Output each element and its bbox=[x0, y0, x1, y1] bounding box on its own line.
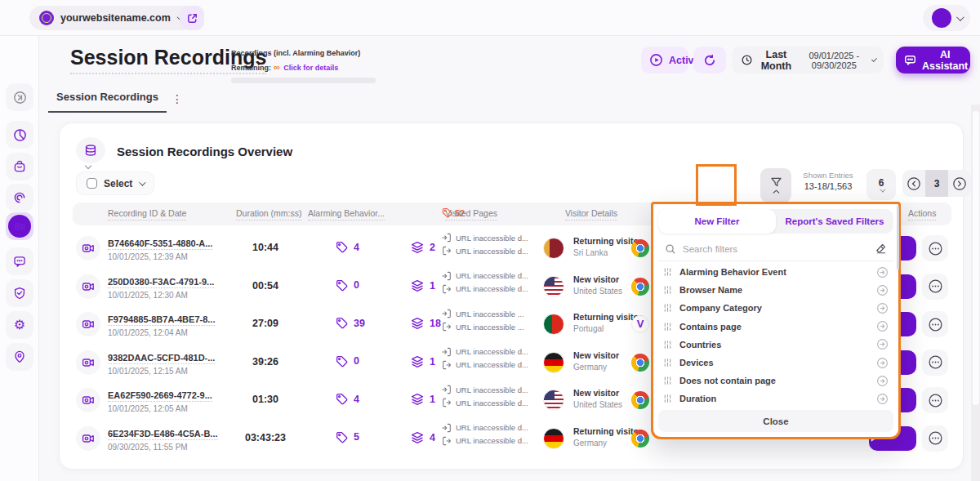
page-size-selector[interactable]: 6 bbox=[866, 169, 896, 200]
sidebar-item-heatmaps[interactable] bbox=[6, 184, 33, 212]
recording-id[interactable]: EA62F590-2669-4772-9... bbox=[108, 390, 212, 402]
arrow-right-circle-icon[interactable] bbox=[876, 302, 889, 314]
filter-item-does-not-contain-page[interactable]: Does not contain page bbox=[658, 372, 893, 390]
ellipsis-icon bbox=[928, 278, 943, 294]
recording-id[interactable]: 9382DAAC-5CFD-481D-... bbox=[108, 353, 215, 364]
tab-saved-filters[interactable]: Report's Saved Filters bbox=[776, 209, 893, 234]
sidebar-item-feedback[interactable] bbox=[6, 247, 33, 275]
select-checkbox[interactable] bbox=[87, 178, 97, 189]
col-duration[interactable]: Duration (mm:ss) bbox=[236, 208, 302, 220]
arrow-right-circle-icon[interactable] bbox=[876, 375, 889, 387]
search-filters-input[interactable] bbox=[683, 244, 868, 254]
arrow-right-circle-icon[interactable] bbox=[876, 357, 889, 369]
col-recording-id[interactable]: Recording ID & Date bbox=[108, 208, 186, 220]
user-menu[interactable] bbox=[923, 5, 970, 31]
filter-item-duration[interactable]: Duration bbox=[658, 390, 893, 408]
sidebar-item-analytics[interactable] bbox=[6, 121, 33, 149]
sidebar-item-collapse[interactable] bbox=[6, 83, 33, 111]
recording-video-icon[interactable] bbox=[76, 274, 100, 299]
col-visitor-details[interactable]: Visitor Details bbox=[565, 208, 617, 220]
arrow-right-circle-icon[interactable] bbox=[876, 284, 889, 296]
drag-handle-icon[interactable] bbox=[663, 358, 672, 367]
drag-handle-icon[interactable] bbox=[663, 394, 672, 403]
col-visited-pages[interactable]: Visited Pages bbox=[445, 208, 497, 220]
row-actions-button[interactable] bbox=[922, 387, 948, 413]
recording-id[interactable]: 250D0380-F3AC-4791-9... bbox=[108, 277, 214, 288]
select-rows-button[interactable]: Select bbox=[76, 171, 154, 195]
arrow-right-circle-icon[interactable] bbox=[876, 320, 889, 332]
cam-icon bbox=[14, 220, 26, 233]
sidebar-item-settings[interactable]: ⚙ bbox=[6, 311, 33, 339]
drag-handle-icon[interactable] bbox=[663, 376, 672, 385]
row-actions-button[interactable] bbox=[922, 311, 948, 337]
previous-page-button[interactable] bbox=[902, 170, 925, 197]
col-actions[interactable]: Actions bbox=[908, 208, 936, 220]
exit-page-url[interactable]: URL inaccessible d... bbox=[456, 360, 528, 369]
refresh-button[interactable] bbox=[693, 47, 726, 73]
overview-collapse-toggle[interactable] bbox=[76, 137, 105, 163]
filter-button[interactable] bbox=[760, 168, 791, 203]
shown-entries: Shown Entries 13-18/1,563 bbox=[793, 171, 863, 191]
row-actions-button[interactable] bbox=[922, 235, 948, 261]
recording-video-icon[interactable] bbox=[76, 350, 100, 375]
drag-handle-icon[interactable] bbox=[663, 285, 672, 295]
next-page-button[interactable] bbox=[948, 170, 971, 197]
recording-video-icon[interactable] bbox=[76, 236, 100, 261]
recording-video-icon[interactable] bbox=[76, 388, 100, 412]
entry-page-url[interactable]: URL inaccessible d... bbox=[456, 385, 528, 394]
click-for-details-link[interactable]: Click for details bbox=[283, 64, 338, 72]
recording-id[interactable]: F9794885-8B7A-4BE7-8... bbox=[108, 314, 215, 326]
recording-id[interactable]: B746640F-5351-4880-A... bbox=[108, 238, 212, 250]
clock-icon bbox=[741, 54, 753, 66]
entry-page-url[interactable]: URL inaccessible d... bbox=[456, 347, 528, 356]
filter-item-company-category[interactable]: Company Category bbox=[658, 299, 893, 317]
recording-id[interactable]: 6E234F3D-E486-4C5A-B... bbox=[108, 429, 218, 440]
filter-item-alarming-behavior-event[interactable]: Alarming Behavior Event bbox=[658, 263, 893, 281]
active-toggle-button[interactable]: Active bbox=[641, 47, 688, 73]
arrow-right-circle-icon[interactable] bbox=[876, 266, 889, 278]
recording-video-icon[interactable] bbox=[76, 426, 100, 451]
filter-list-scrollbar[interactable] bbox=[897, 206, 899, 269]
tab-session-recordings[interactable]: Session Recordings bbox=[48, 84, 167, 113]
open-website-button[interactable] bbox=[180, 6, 204, 30]
row-actions-button[interactable] bbox=[922, 274, 948, 300]
exit-page-url[interactable]: URL inaccessible ... bbox=[456, 323, 524, 332]
row-actions-button[interactable] bbox=[922, 425, 948, 452]
tab-new-filter[interactable]: New Filter bbox=[658, 209, 776, 234]
date-range-selector[interactable]: Last Month 09/01/2025 - 09/30/2025 bbox=[732, 47, 884, 73]
website-selector[interactable]: yourwebsitename.com bbox=[29, 6, 194, 30]
page-scrollbar[interactable] bbox=[971, 105, 980, 481]
arrow-right-circle-icon[interactable] bbox=[876, 338, 889, 350]
entry-page-url[interactable]: URL inaccessible d... bbox=[456, 423, 528, 432]
entry-page-url[interactable]: URL inaccessible ... bbox=[456, 310, 524, 318]
close-filter-panel-button[interactable]: Close bbox=[658, 410, 893, 432]
filter-item-countries[interactable]: Countries bbox=[658, 336, 893, 354]
arrow-right-circle-icon[interactable] bbox=[876, 393, 889, 405]
exit-page-url[interactable]: URL inaccessible d... bbox=[456, 436, 528, 445]
col-alarming[interactable]: Alarming Behavior... bbox=[308, 208, 385, 220]
row-actions-button[interactable] bbox=[922, 350, 948, 376]
filter-item-contains-page[interactable]: Contains page bbox=[658, 318, 893, 336]
sidebar-item-conversions[interactable] bbox=[6, 153, 33, 180]
filter-item-devices[interactable]: Devices bbox=[658, 354, 893, 372]
entry-page-url[interactable]: URL inaccessible d... bbox=[456, 271, 528, 280]
exit-page-url[interactable]: URL inaccessible d... bbox=[456, 247, 528, 256]
filter-label: Browser Name bbox=[679, 285, 869, 295]
recording-video-icon[interactable] bbox=[76, 312, 100, 336]
eraser-icon[interactable] bbox=[875, 243, 887, 255]
sidebar-item-session-recordings[interactable] bbox=[6, 212, 33, 240]
drag-handle-icon[interactable] bbox=[663, 322, 672, 332]
exit-page-url[interactable]: URL inaccessible d... bbox=[456, 399, 528, 408]
scrollbar-thumb[interactable] bbox=[973, 111, 979, 405]
filter-label: Devices bbox=[679, 358, 869, 367]
drag-handle-icon[interactable] bbox=[663, 267, 672, 277]
exit-page-url[interactable]: URL inaccessible d... bbox=[456, 284, 528, 293]
sidebar-item-journeys[interactable] bbox=[6, 343, 33, 371]
ai-assistant-button[interactable]: AI Assistant bbox=[896, 47, 970, 73]
tab-menu-icon[interactable]: ⋮ bbox=[172, 92, 184, 105]
drag-handle-icon[interactable] bbox=[663, 303, 672, 313]
entry-page-url[interactable]: URL inaccessible d... bbox=[456, 234, 528, 243]
filter-item-browser-name[interactable]: Browser Name bbox=[658, 281, 893, 299]
drag-handle-icon[interactable] bbox=[663, 340, 672, 350]
sidebar-item-privacy[interactable] bbox=[6, 279, 33, 307]
